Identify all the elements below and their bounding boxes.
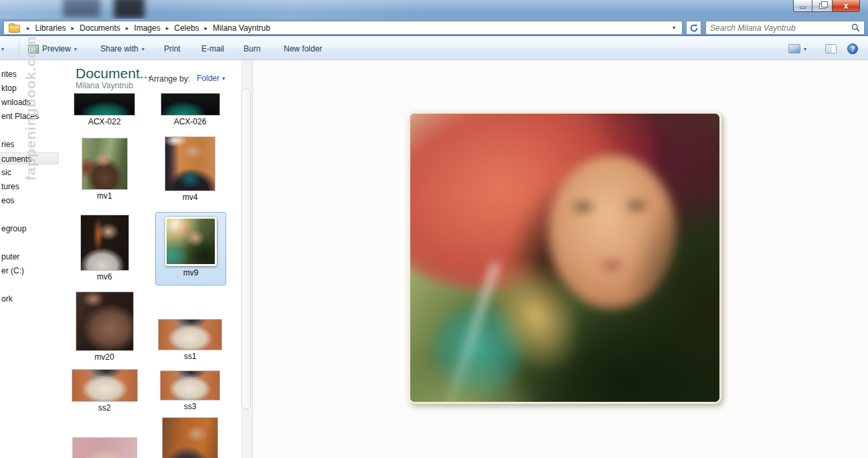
file-label: ss2	[62, 403, 147, 413]
file-item[interactable]	[62, 438, 147, 458]
window-controls: x	[793, 0, 860, 12]
search-box[interactable]	[705, 21, 865, 35]
email-label: E-mail	[201, 44, 224, 53]
sidebar-item-favorites[interactable]: rites	[0, 68, 59, 80]
file-item[interactable]: mv4	[147, 137, 233, 202]
file-item[interactable]: ACX-022	[62, 94, 147, 126]
search-input[interactable]	[706, 23, 851, 33]
file-label: mv6	[62, 272, 147, 281]
burn-button[interactable]: Burn	[238, 41, 266, 56]
breadcrumb-documents[interactable]: Documents	[78, 22, 122, 34]
file-thumbnail	[73, 438, 137, 458]
breadcrumb-libraries[interactable]: Libraries	[34, 22, 68, 34]
file-label: ACX-022	[62, 117, 147, 126]
file-thumbnail	[74, 94, 135, 115]
sidebar-item-downloads[interactable]: wnloads	[0, 96, 59, 108]
file-thumbnail	[165, 137, 215, 191]
change-view-button[interactable]: ▾	[783, 41, 812, 56]
file-thumbnail	[76, 292, 133, 350]
blurred-thumbnail-artifact	[114, 0, 145, 19]
breadcrumb-images[interactable]: Images	[133, 22, 161, 34]
library-subtitle: Milana Vayntrub	[76, 81, 133, 90]
folder-icon	[9, 25, 20, 33]
file-label: ss1	[147, 352, 233, 361]
chevron-down-icon: ▾	[142, 46, 145, 52]
address-history-dropdown-icon[interactable]: ▾	[669, 25, 679, 31]
restore-icon	[819, 3, 826, 9]
arrange-by-label: Arrange by:	[149, 74, 190, 84]
print-label: Print	[164, 44, 181, 53]
breadcrumb-separator-icon: ▸	[68, 25, 79, 31]
sidebar-item-pictures[interactable]: tures	[0, 181, 59, 193]
sidebar-item-computer[interactable]: puter	[0, 251, 59, 263]
command-toolbar: ▾ Preview ▾ Share with ▾ Print E-mail Bu…	[0, 37, 868, 60]
share-with-label: Share with	[100, 44, 139, 53]
sidebar-item-desktop[interactable]: ktop	[0, 82, 59, 94]
file-thumbnail	[161, 94, 220, 115]
chevron-down-icon: ▾	[804, 46, 806, 52]
sidebar-item-documents[interactable]: cuments	[0, 152, 59, 164]
arrange-by-value: Folder	[197, 74, 220, 83]
sidebar-item-libraries[interactable]: ries	[0, 138, 59, 150]
close-button[interactable]: x	[832, 0, 860, 12]
minimize-button[interactable]	[793, 0, 812, 12]
preview-button[interactable]: Preview ▾	[23, 41, 82, 56]
refresh-icon	[689, 23, 699, 33]
preview-label: Preview	[42, 44, 71, 53]
file-thumbnail	[81, 215, 128, 270]
restore-button[interactable]	[812, 0, 832, 12]
sidebar-item-recent-places[interactable]: ent Places	[0, 110, 59, 122]
sidebar-item-videos[interactable]: eos	[0, 195, 59, 207]
photo-art	[408, 112, 721, 404]
file-list-scrollbar[interactable]	[241, 60, 252, 458]
file-item[interactable]: mv1	[62, 138, 147, 201]
file-label: mv1	[62, 191, 147, 201]
file-thumbnail	[165, 217, 217, 266]
file-item-selected[interactable]: mv9	[155, 212, 226, 285]
organize-dropdown-icon[interactable]: ▾	[1, 46, 4, 52]
sidebar-item-music[interactable]: sic	[0, 166, 59, 179]
sidebar-item-homegroup[interactable]: egroup	[0, 223, 59, 235]
file-item[interactable]: ss1	[147, 320, 233, 361]
breadcrumb-separator-icon: ▸	[122, 25, 133, 31]
toolbar-separator	[19, 41, 19, 56]
file-label: ACX-026	[147, 117, 233, 126]
arrange-by-dropdown[interactable]: Folder ▾	[197, 74, 225, 83]
blurred-thumbnail-artifact	[63, 0, 100, 17]
sidebar-item-network[interactable]: ork	[0, 293, 59, 305]
preview-pane-icon	[825, 44, 837, 53]
refresh-button[interactable]	[687, 21, 701, 35]
preview-pane-toggle[interactable]	[820, 41, 842, 56]
help-button[interactable]: ?	[842, 41, 863, 56]
address-bar[interactable]: ▸ Libraries ▸ Documents ▸ Images ▸ Celeb…	[3, 21, 683, 35]
file-thumbnail	[72, 370, 137, 401]
chevron-down-icon: ▾	[222, 76, 225, 82]
preview-photo-mv9	[408, 112, 721, 404]
sidebar-item-local-disk[interactable]: er (C:)	[0, 265, 59, 277]
minimize-icon	[800, 7, 806, 9]
print-button[interactable]: Print	[159, 41, 186, 56]
file-list-pane: Document... Milana Vayntrub Arrange by: …	[59, 60, 241, 458]
breadcrumb-separator-icon: ▸	[23, 25, 34, 31]
preview-icon	[28, 45, 39, 53]
file-thumbnail	[82, 138, 127, 189]
new-folder-button[interactable]: New folder	[278, 41, 327, 56]
file-thumbnail	[159, 320, 222, 350]
close-icon: x	[844, 2, 849, 10]
breadcrumb-celebs[interactable]: Celebs	[173, 22, 200, 34]
file-item[interactable]: ss2	[62, 370, 147, 413]
share-with-button[interactable]: Share with ▾	[95, 41, 150, 56]
navigation-pane: rites ktop wnloads ent Places ries cumen…	[0, 60, 59, 458]
file-item[interactable]: mv20	[62, 292, 147, 362]
file-item[interactable]: ACX-026	[147, 94, 233, 126]
breadcrumb-milana-vayntrub[interactable]: Milana Vayntrub	[211, 22, 272, 34]
file-item[interactable]: mv6	[62, 215, 147, 281]
file-item[interactable]	[147, 418, 233, 458]
scrollbar-thumb[interactable]	[242, 88, 251, 409]
search-icon[interactable]	[851, 23, 860, 32]
title-bar: x	[0, 0, 868, 19]
file-item[interactable]: ss3	[147, 371, 233, 411]
help-icon: ?	[847, 43, 858, 54]
library-title: Document...	[76, 66, 151, 82]
email-button[interactable]: E-mail	[196, 41, 230, 56]
